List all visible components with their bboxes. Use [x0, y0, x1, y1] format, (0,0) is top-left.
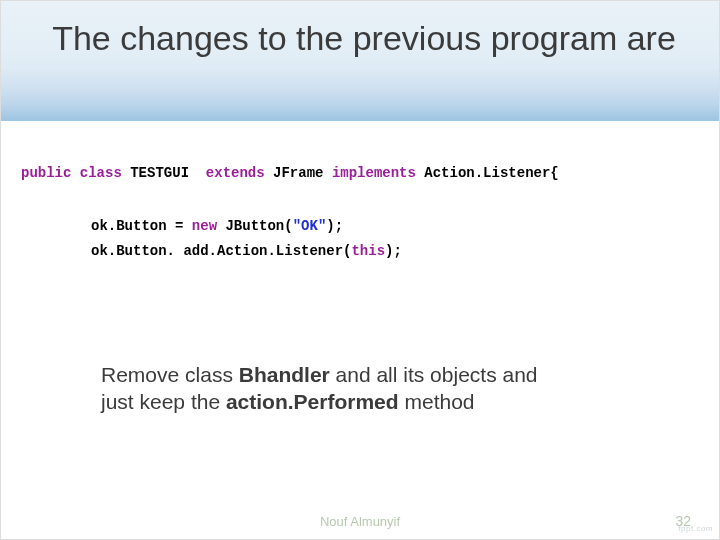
interface: Action.Listener{: [424, 165, 558, 181]
bold-text: action.Performed: [226, 390, 399, 413]
code-text: );: [326, 218, 343, 234]
footer-brand: fppt.com: [678, 524, 713, 533]
footer-author: Nouf Almunyif: [1, 514, 719, 529]
code-line-1: public class TESTGUI extends JFrame impl…: [21, 161, 699, 186]
string-literal: "OK": [293, 218, 327, 234]
explanation-text: Remove class Bhandler and all its object…: [101, 361, 659, 416]
keyword: implements: [323, 165, 424, 181]
keyword: public class: [21, 165, 130, 181]
keyword: new: [192, 218, 217, 234]
text: and all its objects and: [330, 363, 538, 386]
class-name: TESTGUI: [130, 165, 197, 181]
code-line-2: ok.Button = new JButton("OK");: [21, 214, 699, 239]
slide-title: The changes to the previous program are: [29, 19, 699, 58]
code-text: ok.Button =: [91, 218, 192, 234]
bold-text: Bhandler: [239, 363, 330, 386]
code-text: ok.Button. add.Action.Listener(: [91, 243, 351, 259]
text: method: [399, 390, 475, 413]
keyword: extends: [197, 165, 273, 181]
code-block: public class TESTGUI extends JFrame impl…: [21, 161, 699, 265]
code-line-3: ok.Button. add.Action.Listener(this);: [21, 239, 699, 264]
code-text: JButton(: [217, 218, 293, 234]
text: Remove class: [101, 363, 239, 386]
superclass: JFrame: [273, 165, 323, 181]
code-text: );: [385, 243, 402, 259]
keyword: this: [351, 243, 385, 259]
text: just keep the: [101, 390, 226, 413]
